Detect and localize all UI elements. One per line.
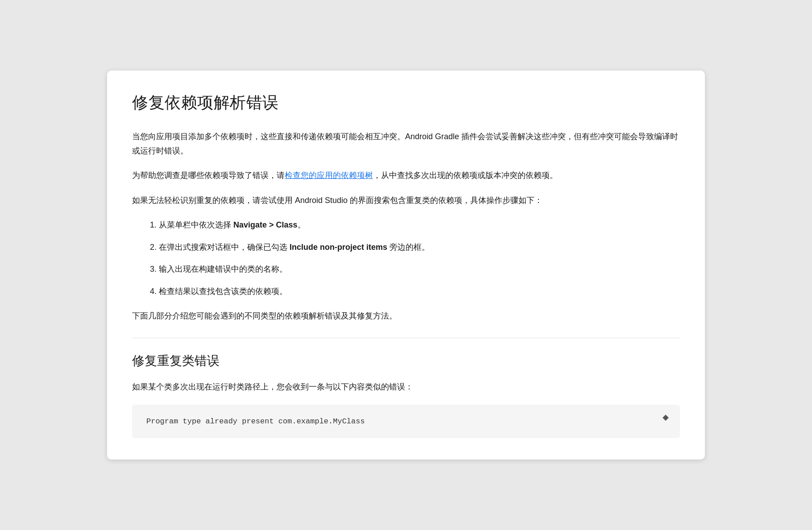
main-card: 修复依赖项解析错误 当您向应用项目添加多个依赖项时，这些直接和传递依赖项可能会相… — [107, 70, 705, 460]
intro-p2-after-link: ，从中查找多次出现的依赖项或版本冲突的依赖项。 — [373, 171, 558, 180]
step-2: 2. 在弹出式搜索对话框中，确保已勾选 Include non-project … — [150, 240, 680, 255]
code-block: ◆ Program type already present com.examp… — [132, 405, 680, 438]
copy-icon[interactable]: ◆ — [660, 412, 671, 422]
intro-paragraph-3: 如果无法轻松识别重复的依赖项，请尝试使用 Android Studio 的界面搜… — [132, 194, 680, 208]
intro-p2-before-link: 为帮助您调查是哪些依赖项导致了错误，请 — [132, 171, 285, 180]
step-1: 1. 从菜单栏中依次选择 Navigate > Class。 — [150, 218, 680, 232]
code-text: Program type already present com.example… — [146, 417, 365, 426]
outro-paragraph: 下面几部分介绍您可能会遇到的不同类型的依赖项解析错误及其修复方法。 — [132, 309, 680, 323]
section2-title: 修复重复类错误 — [132, 352, 680, 369]
dependency-tree-link[interactable]: 检查您的应用的依赖项树 — [285, 171, 373, 180]
intro-paragraph-1: 当您向应用项目添加多个依赖项时，这些直接和传递依赖项可能会相互冲突。Androi… — [132, 130, 680, 158]
step-3: 3. 输入出现在构建错误中的类的名称。 — [150, 262, 680, 277]
intro-paragraph-2: 为帮助您调查是哪些依赖项导致了错误，请检查您的应用的依赖项树，从中查找多次出现的… — [132, 169, 680, 183]
steps-list: 1. 从菜单栏中依次选择 Navigate > Class。 2. 在弹出式搜索… — [150, 218, 680, 298]
step-4: 4. 检查结果以查找包含该类的依赖项。 — [150, 285, 680, 299]
section2-intro: 如果某个类多次出现在运行时类路径上，您会收到一条与以下内容类似的错误： — [132, 380, 680, 394]
section-divider — [132, 338, 680, 338]
page-title: 修复依赖项解析错误 — [132, 92, 680, 114]
